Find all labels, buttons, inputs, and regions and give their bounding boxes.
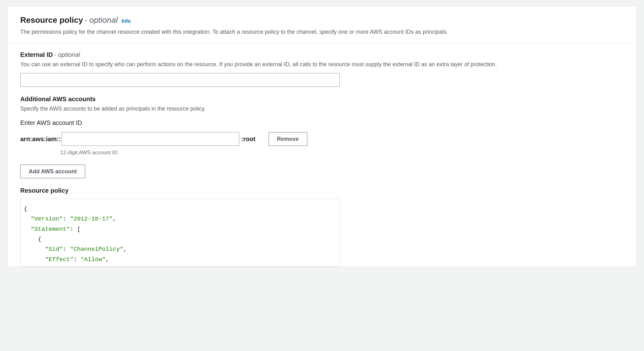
account-row: arn:aws:iam:: :root Remove [20,132,624,146]
add-account-button[interactable]: Add AWS account [20,165,85,178]
panel-header: Resource policy - optional Info The perm… [8,7,636,43]
external-id-description: You can use an external ID to specify wh… [20,60,624,69]
external-id-optional: - optional [54,51,80,58]
remove-account-button[interactable]: Remove [269,132,307,146]
panel-description: The permissions policy for the channel r… [20,28,624,36]
resource-policy-panel: Resource policy - optional Info The perm… [7,6,637,267]
enter-account-label: Enter AWS account ID [20,119,624,126]
external-id-input[interactable] [20,73,340,87]
additional-accounts-group: Additional AWS accounts Specify the AWS … [20,96,624,178]
resource-policy-group: Resource policy { "Version": "2012-10-17… [20,187,624,267]
arn-suffix: :root [241,136,256,143]
arn-prefix: arn:aws:iam:: [20,136,61,143]
panel-title-optional: - optional [84,15,118,25]
resource-policy-code: { "Version": "2012-10-17", "Statement": … [20,199,340,267]
additional-accounts-label: Additional AWS accounts [20,96,96,102]
external-id-label: External ID [20,51,53,58]
panel-body: External ID - optional You can use an ex… [8,43,636,267]
account-id-input[interactable] [61,132,239,146]
external-id-group: External ID - optional You can use an ex… [20,51,624,87]
resource-policy-label: Resource policy [20,187,624,194]
additional-accounts-description: Specify the AWS accounts to be added as … [20,105,624,113]
panel-title: Resource policy [20,15,83,25]
info-link[interactable]: Info [122,18,131,24]
account-id-hint: 12-digit AWS account ID [60,150,624,156]
